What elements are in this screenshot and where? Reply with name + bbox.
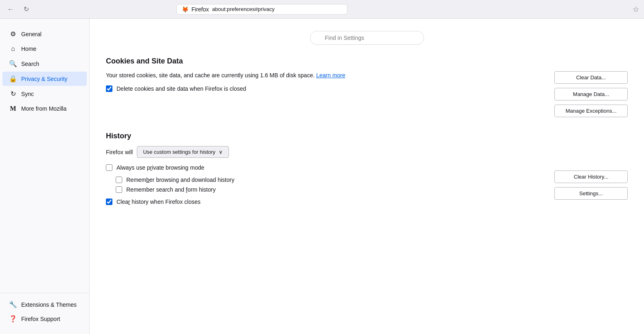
back-button[interactable]: ← xyxy=(5,4,16,15)
home-icon: ⌂ xyxy=(9,45,17,52)
sidebar-item-support[interactable]: ❓ Firefox Support xyxy=(2,312,87,326)
firefox-logo-icon: 🦊 xyxy=(182,6,188,13)
private-browsing-checkbox[interactable] xyxy=(106,164,112,171)
search-bar-container: 🔍 xyxy=(106,31,628,45)
manage-data-button[interactable]: Manage Data... xyxy=(554,88,628,100)
reload-button[interactable]: ↻ xyxy=(20,4,32,15)
cookies-description: Your stored cookies, site data, and cach… xyxy=(106,71,538,80)
gear-icon: ⚙ xyxy=(9,30,17,38)
cookies-layout: Your stored cookies, site data, and cach… xyxy=(106,71,628,117)
clear-history-row: Clear history when Firefox closes xyxy=(106,199,538,205)
history-section: History Firefox will Use custom settings… xyxy=(106,132,628,211)
clear-history-button[interactable]: Clear History... xyxy=(554,170,628,183)
find-in-settings-input[interactable] xyxy=(310,31,424,45)
sidebar: ⚙ General ⌂ Home 🔍 Search 🔒 Privacy & Se… xyxy=(0,19,90,334)
sidebar-item-search[interactable]: 🔍 Search xyxy=(2,57,87,71)
address-text: about:preferences#privacy xyxy=(212,6,275,12)
address-bar: 🦊 Firefox about:preferences#privacy xyxy=(176,4,347,15)
remember-search-row: Remember search and form history xyxy=(116,186,538,193)
mozilla-icon: M xyxy=(9,105,17,112)
sidebar-item-general[interactable]: ⚙ General xyxy=(2,27,87,41)
history-section-title: History xyxy=(106,132,628,140)
cookies-section-title: Cookies and Site Data xyxy=(106,57,628,65)
extensions-icon: 🔧 xyxy=(9,301,17,308)
sidebar-item-home[interactable]: ⌂ Home xyxy=(2,42,87,56)
history-layout: Firefox will Use custom settings for his… xyxy=(106,146,628,211)
history-left: Firefox will Use custom settings for his… xyxy=(106,146,538,211)
cookies-section: Cookies and Site Data Your stored cookie… xyxy=(106,57,628,117)
main-layout: ⚙ General ⌂ Home 🔍 Search 🔒 Privacy & Se… xyxy=(0,19,644,334)
firefox-will-label: Firefox will xyxy=(106,149,133,155)
history-mode-dropdown[interactable]: Use custom settings for history ∨ xyxy=(137,146,229,158)
main-content: 🔍 Cookies and Site Data Your stored cook… xyxy=(90,19,644,334)
remember-browsing-checkbox[interactable] xyxy=(116,177,122,183)
cookies-left: Your stored cookies, site data, and cach… xyxy=(106,71,538,117)
manage-exceptions-button[interactable]: Manage Exceptions... xyxy=(554,105,628,117)
remember-browsing-label: Remember browsing and download history xyxy=(126,177,234,183)
sidebar-bottom: 🔧 Extensions & Themes ❓ Firefox Support xyxy=(0,293,89,326)
history-will-row: Firefox will Use custom settings for his… xyxy=(106,146,538,158)
browser-chrome: ← ↻ 🦊 Firefox about:preferences#privacy … xyxy=(0,0,644,19)
search-wrapper: 🔍 xyxy=(310,31,424,45)
history-buttons: Clear History... Settings... xyxy=(554,146,628,211)
delete-cookies-row: Delete cookies and site data when Firefo… xyxy=(106,85,538,92)
tab-title: Firefox xyxy=(191,6,209,13)
chevron-down-icon: ∨ xyxy=(219,149,223,155)
remember-browsing-row: Remember browsing and download history xyxy=(116,177,538,183)
clear-history-checkbox[interactable] xyxy=(106,199,112,205)
bookmark-star-button[interactable]: ☆ xyxy=(633,5,639,14)
private-browsing-label: Always use private browsing mode xyxy=(116,164,204,171)
sidebar-item-mozilla[interactable]: M More from Mozilla xyxy=(2,102,87,116)
sidebar-item-sync[interactable]: ↻ Sync xyxy=(2,87,87,101)
clear-history-label: Clear history when Firefox closes xyxy=(116,199,200,205)
history-settings-button[interactable]: Settings... xyxy=(554,187,628,200)
sidebar-label-privacy: Privacy & Security xyxy=(21,76,68,82)
delete-cookies-checkbox[interactable] xyxy=(106,85,112,92)
search-nav-icon: 🔍 xyxy=(9,60,17,68)
history-mode-label: Use custom settings for history xyxy=(143,149,215,155)
sidebar-label-home: Home xyxy=(21,46,36,52)
learn-more-link[interactable]: Learn more xyxy=(316,72,345,79)
remember-search-checkbox[interactable] xyxy=(116,186,122,193)
sidebar-label-support: Firefox Support xyxy=(21,316,60,322)
clear-data-button[interactable]: Clear Data... xyxy=(554,71,628,84)
delete-cookies-label: Delete cookies and site data when Firefo… xyxy=(116,85,246,92)
sync-icon: ↻ xyxy=(9,90,17,98)
sidebar-item-extensions[interactable]: 🔧 Extensions & Themes xyxy=(2,297,87,312)
lock-icon: 🔒 xyxy=(9,75,17,83)
sidebar-label-mozilla: More from Mozilla xyxy=(21,105,66,112)
support-icon: ❓ xyxy=(9,315,17,323)
cookies-buttons: Clear Data... Manage Data... Manage Exce… xyxy=(554,71,628,117)
sidebar-label-general: General xyxy=(21,31,42,37)
sidebar-label-extensions: Extensions & Themes xyxy=(21,301,77,308)
sidebar-item-privacy[interactable]: 🔒 Privacy & Security xyxy=(2,72,87,86)
sidebar-label-search: Search xyxy=(21,61,39,67)
remember-search-label: Remember search and form history xyxy=(126,186,215,193)
private-browsing-row: Always use private browsing mode xyxy=(106,164,538,171)
sidebar-label-sync: Sync xyxy=(21,91,34,97)
